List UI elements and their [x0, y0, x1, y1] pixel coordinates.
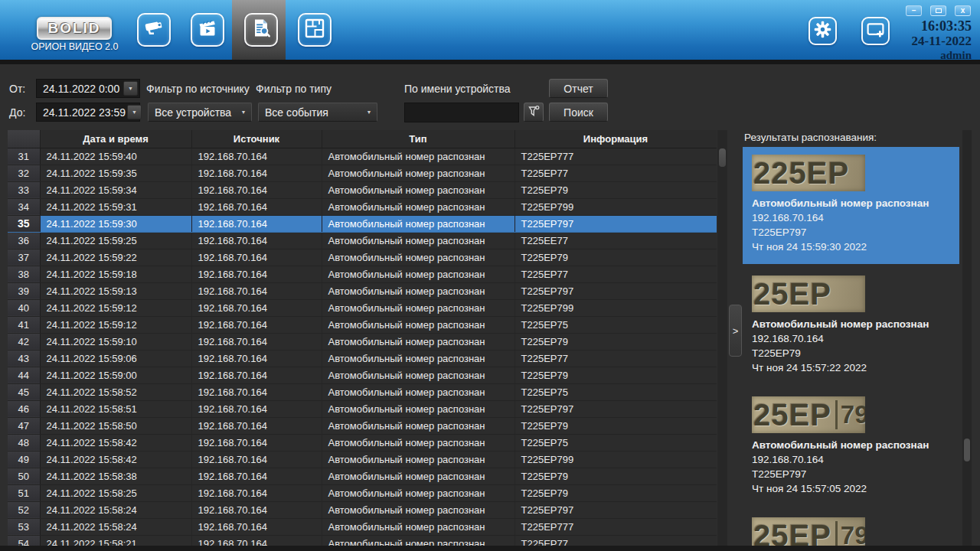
table-row[interactable]: 34 24.11.2022 15:59:31 192.168.70.164 Ав… — [8, 198, 717, 215]
cell-datetime: 24.11.2022 15:58:25 — [40, 484, 191, 501]
table-row[interactable]: 46 24.11.2022 15:58:51 192.168.70.164 Ав… — [8, 400, 717, 417]
panel-collapse-handle[interactable]: > — [729, 305, 742, 357]
search-button[interactable]: Поиск — [549, 103, 608, 122]
col-header-type[interactable]: Тип — [322, 130, 514, 148]
col-header-datetime[interactable]: Дата и время — [40, 130, 191, 148]
maximize-button[interactable] — [930, 5, 946, 16]
device-name-input[interactable] — [404, 103, 519, 122]
col-header-info[interactable]: Информация — [514, 130, 717, 148]
table-row[interactable]: 47 24.11.2022 15:58:50 192.168.70.164 Ав… — [8, 417, 717, 434]
cell-info: T225EP79 — [514, 484, 717, 501]
cell-row-number: 31 — [8, 148, 40, 165]
cell-source: 192.168.70.164 — [191, 468, 322, 484]
cell-datetime: 24.11.2022 15:58:51 — [40, 400, 191, 417]
cell-row-number: 53 — [8, 518, 40, 535]
cell-type: Автомобильный номер распознан — [322, 148, 514, 165]
table-row[interactable]: 48 24.11.2022 15:58:42 192.168.70.164 Ав… — [8, 434, 717, 451]
cell-source: 192.168.70.164 — [191, 367, 322, 383]
plate-thumb-main: 225ЕР — [753, 156, 849, 191]
cell-source: 192.168.70.164 — [191, 198, 322, 215]
table-row[interactable]: 52 24.11.2022 15:58:24 192.168.70.164 Ав… — [8, 501, 717, 518]
cameras-tab[interactable] — [137, 13, 171, 47]
add-display-button[interactable] — [861, 17, 890, 45]
table-row[interactable]: 51 24.11.2022 15:58:25 192.168.70.164 Ав… — [8, 484, 717, 501]
plate-thumb-main: 25ЕР — [753, 277, 831, 311]
cell-row-number: 51 — [8, 484, 40, 501]
plans-tab[interactable] — [298, 13, 332, 47]
cell-source: 192.168.70.164 — [191, 434, 322, 451]
table-row[interactable]: 42 24.11.2022 15:59:10 192.168.70.164 Ав… — [8, 333, 717, 350]
from-date-picker[interactable]: 24.11.2022 0:00 ▼ — [36, 79, 140, 98]
table-scrollbar[interactable] — [717, 130, 727, 551]
results-scrollbar[interactable] — [962, 130, 972, 551]
table-row[interactable]: 50 24.11.2022 15:58:38 192.168.70.164 Ав… — [8, 468, 717, 484]
funnel-icon — [528, 105, 541, 120]
table-row[interactable]: 38 24.11.2022 15:59:18 192.168.70.164 Ав… — [8, 266, 717, 282]
table-row[interactable]: 53 24.11.2022 15:58:24 192.168.70.164 Ав… — [8, 518, 717, 535]
card-plate: T225EP79 — [752, 346, 950, 360]
chevron-down-icon: ▼ — [236, 109, 251, 115]
event-log-tab[interactable] — [244, 13, 278, 47]
settings-button[interactable] — [808, 17, 837, 45]
maximize-icon — [936, 8, 942, 13]
playback-tab[interactable] — [191, 13, 224, 47]
cell-source: 192.168.70.164 — [191, 316, 322, 333]
cell-type: Автомобильный номер распознан — [322, 165, 514, 181]
recognition-card[interactable]: 225ЕР Автомобильный номер распознан 192.… — [743, 147, 959, 264]
from-date-dropdown-button[interactable]: ▼ — [123, 81, 138, 96]
cell-source: 192.168.70.164 — [191, 518, 322, 535]
log-search-icon — [250, 17, 273, 43]
table-row[interactable]: 35 24.11.2022 15:59:30 192.168.70.164 Ав… — [8, 215, 717, 232]
table-row[interactable]: 44 24.11.2022 15:59:00 192.168.70.164 Ав… — [8, 367, 717, 383]
card-time: Чт ноя 24 15:57:05 2022 — [752, 481, 950, 496]
table-scrollbar-thumb[interactable] — [719, 148, 726, 167]
cell-type: Автомобильный номер распознан — [322, 316, 514, 333]
table-row[interactable]: 41 24.11.2022 15:59:12 192.168.70.164 Ав… — [8, 316, 717, 333]
minimize-icon: – — [912, 7, 916, 15]
card-title: Автомобильный номер распознан — [752, 317, 950, 331]
recognition-card[interactable]: 25ЕР Автомобильный номер распознан 192.1… — [743, 268, 959, 385]
filter-options-button[interactable] — [524, 103, 544, 122]
report-button[interactable]: Отчет — [549, 79, 608, 98]
report-button-label: Отчет — [564, 83, 593, 95]
table-row[interactable]: 45 24.11.2022 15:58:52 192.168.70.164 Ав… — [8, 383, 717, 400]
devices-select[interactable]: Все устройства ▼ — [148, 103, 252, 122]
table-row[interactable]: 40 24.11.2022 15:59:12 192.168.70.164 Ав… — [8, 299, 717, 316]
cell-source: 192.168.70.164 — [191, 400, 322, 417]
to-date-dropdown-button[interactable]: ▼ — [127, 105, 142, 119]
cell-type: Автомобильный номер распознан — [322, 417, 514, 434]
card-source: 192.168.70.164 — [752, 452, 950, 467]
titlebar: BOLID ОРИОН ВИДЕО 2.0 — [0, 0, 980, 60]
cell-source: 192.168.70.164 — [191, 215, 322, 232]
cell-info: T225EP75 — [514, 434, 717, 451]
cell-row-number: 43 — [8, 350, 40, 367]
cell-type: Автомобильный номер распознан — [322, 367, 514, 383]
events-select-value: Все события — [259, 106, 361, 119]
close-button[interactable]: x — [955, 5, 971, 16]
to-date-picker[interactable]: 24.11.2022 23:59 ▼ — [36, 103, 140, 122]
results-panel-title: Результаты распознавания: — [743, 130, 980, 147]
cell-type: Автомобильный номер распознан — [322, 484, 514, 501]
table-row[interactable]: 31 24.11.2022 15:59:40 192.168.70.164 Ав… — [8, 148, 717, 165]
table-row[interactable]: 43 24.11.2022 15:59:06 192.168.70.164 Ав… — [8, 350, 717, 367]
table-row[interactable]: 32 24.11.2022 15:59:35 192.168.70.164 Ав… — [8, 165, 717, 181]
table-row[interactable]: 37 24.11.2022 15:59:22 192.168.70.164 Ав… — [8, 249, 717, 266]
table-row[interactable]: 36 24.11.2022 15:59:25 192.168.70.164 Ав… — [8, 232, 717, 249]
cell-info: T225EP75 — [514, 383, 717, 400]
table-row[interactable]: 33 24.11.2022 15:59:34 192.168.70.164 Ав… — [8, 181, 717, 198]
events-select[interactable]: Все события ▼ — [258, 103, 377, 122]
cell-info: T225EP797 — [514, 282, 717, 299]
cell-datetime: 24.11.2022 15:59:06 — [40, 350, 191, 367]
card-plate: T225EP797 — [752, 225, 950, 240]
recognition-card[interactable]: 25ЕР 79 — [743, 510, 959, 551]
table-row[interactable]: 39 24.11.2022 15:59:13 192.168.70.164 Ав… — [8, 282, 717, 299]
cell-type: Автомобильный номер распознан — [322, 468, 514, 484]
col-header-source[interactable]: Источник — [191, 130, 322, 148]
recognition-card[interactable]: 25ЕР 79 Автомобильный номер распознан 19… — [743, 389, 959, 506]
card-title: Автомобильный номер распознан — [752, 196, 950, 210]
results-scrollbar-thumb[interactable] — [964, 439, 970, 461]
table-row[interactable]: 49 24.11.2022 15:58:42 192.168.70.164 Ав… — [8, 451, 717, 468]
cell-info: T225EP75 — [514, 316, 717, 333]
minimize-button[interactable]: – — [906, 5, 922, 16]
cell-info: T225EP799 — [514, 451, 717, 468]
